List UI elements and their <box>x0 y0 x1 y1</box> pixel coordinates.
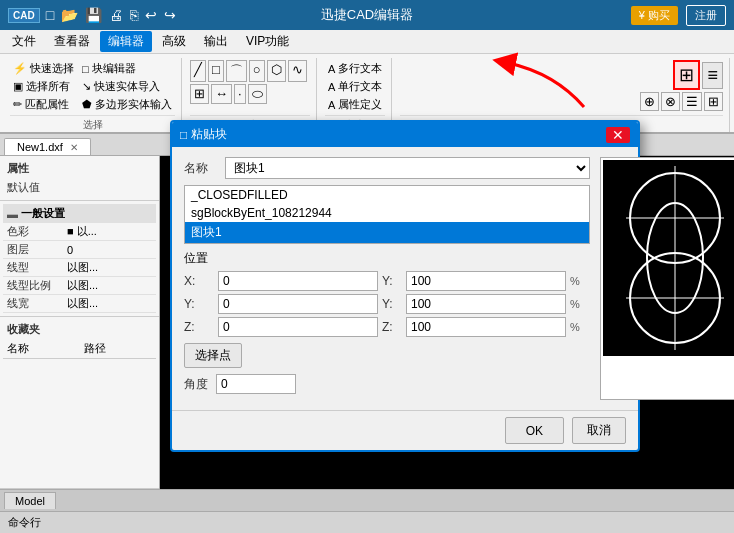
ribbon-btn-quick-select[interactable]: ⚡ 快速选择 <box>10 60 77 77</box>
prop-value-color[interactable]: ■ 以... <box>63 223 156 241</box>
cancel-button[interactable]: 取消 <box>572 417 626 444</box>
print-icon[interactable]: 🖨 <box>107 5 125 25</box>
ribbon-group-select: ⚡ 快速选择 ▣ 选择所有 ✏ 匹配属性 □ 块编辑器 ↘ <box>4 58 182 132</box>
z-scale-input[interactable] <box>406 317 566 337</box>
fast-import-icon: ↘ <box>82 80 91 93</box>
x-input[interactable] <box>218 271 378 291</box>
ok-button[interactable]: OK <box>505 417 564 444</box>
x-scale-input[interactable] <box>406 271 566 291</box>
open-icon[interactable]: 📂 <box>59 5 80 25</box>
tool-small-2[interactable]: ⊗ <box>661 92 680 111</box>
copy-icon[interactable]: ⎘ <box>128 5 140 25</box>
draw-dim-icon[interactable]: ↔ <box>211 84 232 104</box>
prop-row-linescale: 线型比例 以图... <box>3 277 156 295</box>
dialog-title-text: □ 粘贴块 <box>180 126 227 143</box>
draw-hatch-icon[interactable]: ⊞ <box>190 84 209 104</box>
tool-small-4[interactable]: ⊞ <box>704 92 723 111</box>
modelbar: Model <box>0 489 734 511</box>
match-prop-icon: ✏ <box>13 98 22 111</box>
section-header-general[interactable]: ▬ 一般设置 <box>3 204 156 223</box>
x-label: X: <box>184 274 214 288</box>
prop-row-color: 色彩 ■ 以... <box>3 223 156 241</box>
prop-value-linetype[interactable]: 以图... <box>63 259 156 277</box>
buy-button[interactable]: ¥ 购买 <box>631 6 678 25</box>
command-label: 命令行 <box>8 515 41 530</box>
prop-value-layer[interactable]: 0 <box>63 241 156 259</box>
tool-small-1[interactable]: ⊕ <box>640 92 659 111</box>
prop-row-layer: 图层 0 <box>3 241 156 259</box>
model-tab[interactable]: Model <box>4 492 56 509</box>
ribbon-btn-singleline-text[interactable]: A 单行文本 <box>325 78 385 95</box>
menu-editor[interactable]: 编辑器 <box>100 31 152 52</box>
prop-name-linescale: 线型比例 <box>3 277 63 295</box>
ribbon-btn-poly-input[interactable]: ⬟ 多边形实体输入 <box>79 96 175 113</box>
dialog-footer: OK 取消 <box>172 410 638 450</box>
draw-spline-icon[interactable]: ∿ <box>288 60 307 82</box>
draw-rect-icon[interactable]: □ <box>208 60 224 82</box>
ribbon-btns-draw: ╱ □ ⌒ ○ ⬡ ∿ ⊞ ↔ · ⬭ <box>190 60 310 104</box>
pct-3: % <box>570 321 590 333</box>
angle-input[interactable] <box>216 374 296 394</box>
paste-block-btn[interactable]: ⊞ <box>673 60 700 90</box>
select-point-row: 选择点 <box>184 343 590 368</box>
tab-new1[interactable]: New1.dxf ✕ <box>4 138 91 155</box>
ribbon-small-col1: ⚡ 快速选择 ▣ 选择所有 ✏ 匹配属性 <box>10 60 77 113</box>
title-left: CAD □ 📂 💾 🖨 ⎘ ↩ ↪ <box>8 5 178 25</box>
draw-point-icon[interactable]: · <box>234 84 246 104</box>
y-scale-input[interactable] <box>406 294 566 314</box>
name-select[interactable]: 图块1 <box>225 157 590 179</box>
preview-area <box>600 157 734 400</box>
dialog-left: 名称 图块1 _CLOSEDFILLED sgBlockByEnt_108212… <box>184 157 590 400</box>
angle-label: 角度 <box>184 376 208 393</box>
select-point-btn[interactable]: 选择点 <box>184 343 242 368</box>
ribbon-btn-block-editor[interactable]: □ 块编辑器 <box>79 60 175 77</box>
z-input[interactable] <box>218 317 378 337</box>
ribbon-btns-select: ⚡ 快速选择 ▣ 选择所有 ✏ 匹配属性 □ 块编辑器 ↘ <box>10 60 175 113</box>
save-icon[interactable]: 💾 <box>83 5 104 25</box>
singleline-text-icon: A <box>328 81 335 93</box>
register-button[interactable]: 注册 <box>686 5 726 26</box>
y-input[interactable] <box>218 294 378 314</box>
y-label-2: Y: <box>382 274 402 288</box>
ribbon-btn-fast-import[interactable]: ↘ 快速实体导入 <box>79 78 175 95</box>
panel-general-settings: ▬ 一般设置 色彩 ■ 以... 图层 0 线型 以图... 线型比例 <box>0 201 159 317</box>
prop-value-linescale[interactable]: 以图... <box>63 277 156 295</box>
select-all-icon: ▣ <box>13 80 23 93</box>
new-icon[interactable]: □ <box>44 5 56 25</box>
paste-dialog: □ 粘贴块 ✕ 名称 图块1 _CLOSEDFILLED sgBlockByEn… <box>170 120 640 452</box>
property-table: 色彩 ■ 以... 图层 0 线型 以图... 线型比例 以图... 线宽 <box>3 223 156 313</box>
draw-poly-icon[interactable]: ⬡ <box>267 60 286 82</box>
attr-def-icon: A <box>328 99 335 111</box>
undo-icon[interactable]: ↩ <box>143 5 159 25</box>
draw-line-icon[interactable]: ╱ <box>190 60 206 82</box>
ribbon-btn-multiline-text[interactable]: A 多行文本 <box>325 60 385 77</box>
menu-vip[interactable]: VIP功能 <box>238 31 297 52</box>
prop-value-linewidth[interactable]: 以图... <box>63 295 156 313</box>
coord-grid: X: Y: % Y: Y: % Z: Z: % <box>184 271 590 337</box>
ribbon-btn-attr-def[interactable]: A 属性定义 <box>325 96 385 113</box>
multiline-text-icon: A <box>328 63 335 75</box>
redo-icon[interactable]: ↪ <box>162 5 178 25</box>
menu-viewer[interactable]: 查看器 <box>46 31 98 52</box>
tool-small-3[interactable]: ☰ <box>682 92 702 111</box>
menu-output[interactable]: 输出 <box>196 31 236 52</box>
ribbon-btn-match-prop[interactable]: ✏ 匹配属性 <box>10 96 77 113</box>
prop-name-linetype: 线型 <box>3 259 63 277</box>
title-right: ¥ 购买 注册 <box>631 5 726 26</box>
draw-ellipse-icon[interactable]: ⬭ <box>248 84 267 104</box>
tab-close-btn[interactable]: ✕ <box>70 142 78 153</box>
tab-label: New1.dxf <box>17 141 63 153</box>
prop-name-layer: 图层 <box>3 241 63 259</box>
menu-file[interactable]: 文件 <box>4 31 44 52</box>
tool-btn-2[interactable]: ≡ <box>702 62 723 89</box>
draw-circle-icon[interactable]: ○ <box>249 60 265 82</box>
dropdown-item-1[interactable]: _CLOSEDFILLED <box>185 186 589 204</box>
dialog-close-btn[interactable]: ✕ <box>606 127 630 143</box>
menu-advanced[interactable]: 高级 <box>154 31 194 52</box>
draw-arc-icon[interactable]: ⌒ <box>226 60 247 82</box>
ribbon-btn-select-all[interactable]: ▣ 选择所有 <box>10 78 77 95</box>
panel-title: 属性 <box>3 159 156 178</box>
dropdown-item-2[interactable]: sgBlockByEnt_108212944 <box>185 204 589 222</box>
dropdown-item-3[interactable]: 图块1 <box>185 222 589 243</box>
block-editor-icon: □ <box>82 63 89 75</box>
